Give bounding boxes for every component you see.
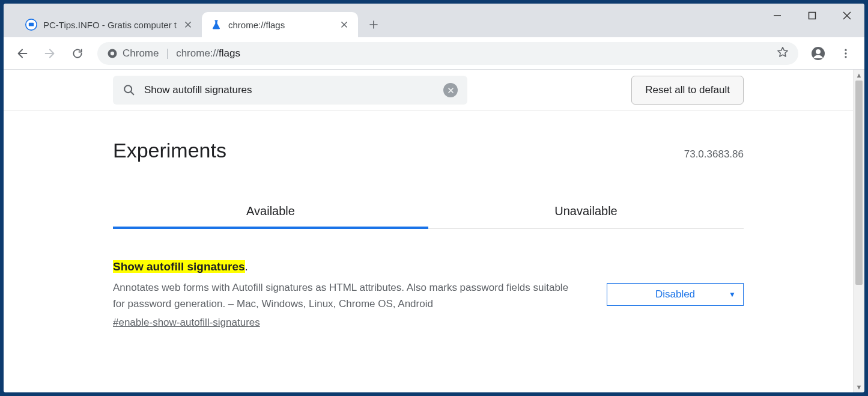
tab-strip: PC-Tips.INFO - Gratis computer t chrome:… [4,4,384,37]
browser-window: PC-Tips.INFO - Gratis computer t chrome:… [4,4,864,392]
scroll-thumb[interactable] [855,81,863,285]
page-title: Experiments [113,139,226,162]
address-bar[interactable]: Chrome | chrome://flags [97,42,798,65]
toolbar: Chrome | chrome://flags [4,37,864,70]
divider: | [166,47,169,59]
svg-point-7 [845,49,846,50]
flag-state-select[interactable]: Disabled ▼ [607,283,744,306]
site-info-chip[interactable]: Chrome [107,47,159,59]
forward-button[interactable] [38,42,61,65]
tab-available[interactable]: Available [113,196,428,229]
favicon-pctips-icon [25,19,37,31]
select-value: Disabled [655,288,695,300]
content-area: Reset all to default Experiments 73.0.36… [4,70,864,392]
reset-all-button[interactable]: Reset all to default [631,76,744,105]
flags-body: Experiments 73.0.3683.86 Available Unava… [113,111,744,329]
titlebar: PC-Tips.INFO - Gratis computer t chrome:… [4,4,864,37]
flag-description: Annotates web forms with Autofill signat… [113,279,583,312]
flag-tabs: Available Unavailable [113,196,744,229]
svg-point-4 [111,51,114,55]
tab-unavailable[interactable]: Unavailable [428,196,744,229]
close-window-button[interactable] [830,4,864,28]
flag-permalink[interactable]: #enable-show-autofill-signatures [113,317,260,329]
svg-point-9 [845,56,846,58]
search-input[interactable] [144,84,435,96]
new-tab-button[interactable] [363,14,384,35]
chip-label: Chrome [123,47,159,59]
flags-search-bar: Reset all to default [4,70,853,111]
favicon-flask-icon [210,19,222,31]
minimize-button[interactable] [760,4,795,28]
kebab-menu-button[interactable] [834,42,857,65]
profile-button[interactable] [807,42,830,65]
url-text: chrome://flags [176,47,240,59]
close-icon[interactable] [339,19,350,30]
version-text: 73.0.3683.86 [684,148,744,160]
flag-title: Show autofill signatures. [113,260,583,273]
scroll-up-icon[interactable]: ▲ [854,70,864,81]
maximize-button[interactable] [795,4,830,28]
tab-title: chrome://flags [228,20,333,30]
svg-rect-1 [29,23,34,26]
tab-inactive[interactable]: PC-Tips.INFO - Gratis computer t [17,12,202,37]
flag-item: Show autofill signatures. Annotates web … [113,260,744,329]
chevron-down-icon: ▼ [729,290,736,299]
close-icon[interactable] [183,19,193,30]
window-controls [760,4,864,28]
svg-point-8 [845,52,846,54]
scroll-down-icon[interactable]: ▼ [854,382,864,392]
clear-search-icon[interactable] [443,83,458,97]
vertical-scrollbar[interactable]: ▲ ▼ [853,70,864,392]
svg-rect-2 [809,13,816,19]
search-icon [123,84,136,97]
chrome-icon [107,48,118,59]
page-content: Reset all to default Experiments 73.0.36… [4,70,853,392]
reload-button[interactable] [66,42,89,65]
back-button[interactable] [11,42,34,65]
bookmark-star-icon[interactable] [777,46,789,61]
tab-title: PC-Tips.INFO - Gratis computer t [43,20,177,30]
flags-search-box[interactable] [113,76,467,105]
svg-point-6 [816,49,821,54]
tab-active[interactable]: chrome://flags [202,12,358,37]
